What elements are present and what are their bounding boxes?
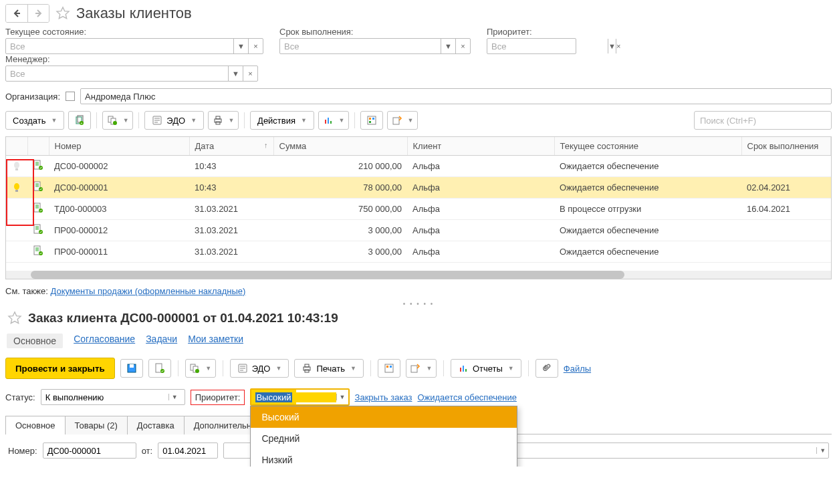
filter-manager-label: Менеджер: bbox=[5, 54, 258, 64]
save-button[interactable] bbox=[120, 359, 143, 378]
create-based-on-button[interactable]: ▼ bbox=[102, 111, 133, 130]
extra-dropdown-icon[interactable]: ▼ bbox=[816, 447, 828, 454]
status-input[interactable] bbox=[41, 392, 168, 402]
filter-manager-clear[interactable]: × bbox=[243, 66, 257, 81]
nav-back-button[interactable] bbox=[6, 5, 27, 22]
filter-manager-field[interactable]: ▼ × bbox=[5, 66, 258, 82]
table-row[interactable]: ПР00-000012 31.03.2021 3 000,00 Альфа Ож… bbox=[6, 220, 831, 241]
filter-manager-dropdown[interactable]: ▼ bbox=[228, 66, 243, 81]
doc-icon bbox=[33, 160, 43, 170]
number-field[interactable] bbox=[43, 443, 136, 459]
close-order-link[interactable]: Закрыть заказ bbox=[355, 392, 412, 402]
table-row[interactable]: ДС00-000001 10:43 78 000,00 Альфа Ожидае… bbox=[6, 177, 831, 199]
svg-rect-15 bbox=[369, 118, 371, 120]
filter-state-input[interactable] bbox=[6, 39, 233, 53]
priority-option-high[interactable]: Высокий bbox=[251, 406, 517, 428]
priority-option-medium[interactable]: Средний bbox=[251, 428, 517, 449]
org-field[interactable]: Андромеда Плюс bbox=[80, 88, 832, 104]
svg-text:+: + bbox=[81, 121, 83, 125]
filter-manager-input[interactable] bbox=[6, 66, 228, 81]
svg-rect-24 bbox=[15, 190, 18, 192]
priority-dropdown-icon[interactable]: ▼ bbox=[336, 394, 348, 400]
date-field[interactable] bbox=[158, 443, 218, 459]
filter-state-field[interactable]: ▼ × bbox=[5, 38, 263, 54]
copy-button[interactable]: + bbox=[68, 111, 91, 130]
priority-label: Приоритет: bbox=[191, 390, 245, 405]
status-dropdown-icon[interactable]: ▼ bbox=[168, 394, 181, 400]
svg-point-23 bbox=[14, 183, 19, 190]
subtab-main[interactable]: Основное bbox=[5, 416, 66, 434]
number-label: Номер: bbox=[8, 446, 37, 456]
export-button[interactable]: ▼ bbox=[387, 111, 418, 130]
date-input[interactable] bbox=[158, 446, 217, 456]
filter-priority-clear[interactable]: × bbox=[616, 39, 620, 53]
print-button[interactable]: ▼ bbox=[208, 111, 239, 130]
filter-deadline-field[interactable]: ▼ × bbox=[279, 38, 471, 54]
files-link[interactable]: Файлы bbox=[564, 364, 591, 374]
subtab-goods[interactable]: Товары (2) bbox=[65, 416, 128, 434]
priority-option-low[interactable]: Низкий bbox=[251, 449, 517, 467]
svg-rect-12 bbox=[328, 118, 329, 124]
bulb-icon bbox=[11, 161, 22, 172]
filter-deadline-label: Срок выполнения: bbox=[279, 27, 471, 37]
edo-button-2[interactable]: ЭДО ▼ bbox=[230, 359, 289, 378]
settings-button-2[interactable] bbox=[378, 359, 400, 378]
from-label: от: bbox=[142, 446, 153, 456]
priority-combo[interactable]: Высокий ▼ bbox=[250, 388, 349, 406]
filter-priority-input[interactable] bbox=[487, 39, 608, 53]
tab-main[interactable]: Основное bbox=[7, 334, 63, 348]
filter-deadline-input[interactable] bbox=[280, 39, 441, 53]
filter-priority-dropdown[interactable]: ▼ bbox=[608, 39, 616, 53]
col-deadline[interactable]: Срок выполнения bbox=[741, 137, 831, 156]
settings-list-button[interactable] bbox=[360, 111, 383, 130]
svg-rect-17 bbox=[369, 121, 371, 123]
svg-rect-42 bbox=[305, 364, 309, 367]
post-button[interactable] bbox=[148, 359, 171, 378]
attachments-button[interactable] bbox=[535, 359, 558, 378]
table-row[interactable]: ПР00-000011 31.03.2021 3 000,00 Альфа Ож… bbox=[6, 241, 831, 263]
filter-state-dropdown[interactable]: ▼ bbox=[233, 39, 248, 53]
nav-forward-button[interactable] bbox=[27, 5, 49, 22]
svg-rect-16 bbox=[372, 118, 374, 120]
priority-value: Высокий bbox=[255, 392, 291, 402]
col-state[interactable]: Текущее состояние bbox=[554, 137, 741, 156]
tab-tasks[interactable]: Задачи bbox=[146, 334, 177, 348]
status-combo[interactable]: ▼ bbox=[41, 389, 185, 405]
table-row[interactable]: ДС00-000002 10:43 210 000,00 Альфа Ожида… bbox=[6, 156, 831, 177]
actions-button[interactable]: Действия ▼ bbox=[250, 111, 314, 130]
pane-splitter[interactable]: • • • • • bbox=[0, 300, 837, 307]
org-checkbox[interactable] bbox=[66, 92, 75, 101]
filter-priority-field[interactable]: ▼ × bbox=[487, 38, 576, 54]
reports-button[interactable]: ▼ bbox=[318, 111, 349, 130]
filter-state-clear[interactable]: × bbox=[248, 39, 263, 53]
tab-approval[interactable]: Согласование bbox=[74, 334, 135, 348]
order-title: Заказ клиента ДС00-000001 от 01.04.2021 … bbox=[28, 311, 338, 326]
status-label: Статус: bbox=[5, 392, 35, 402]
subtab-delivery[interactable]: Доставка bbox=[127, 416, 185, 434]
post-and-close-button[interactable]: Провести и закрыть bbox=[5, 358, 115, 379]
svg-rect-45 bbox=[386, 366, 388, 368]
favorite-star-icon[interactable] bbox=[5, 309, 24, 327]
favorite-star-icon[interactable] bbox=[53, 5, 72, 22]
table-row[interactable]: ТД00-000003 31.03.2021 750 000,00 Альфа … bbox=[6, 199, 831, 220]
svg-rect-13 bbox=[330, 121, 332, 124]
col-date[interactable]: Дата↑ bbox=[189, 137, 273, 156]
col-sum[interactable]: Сумма bbox=[273, 137, 407, 156]
create-based-on-button-2[interactable]: ▼ bbox=[185, 359, 216, 378]
tab-notes[interactable]: Мои заметки bbox=[188, 334, 243, 348]
filter-deadline-clear[interactable]: × bbox=[455, 39, 470, 53]
print-button-2[interactable]: Печать ▼ bbox=[294, 359, 364, 378]
reports-button-2[interactable]: Отчеты ▼ bbox=[451, 359, 521, 378]
orders-table: Номер Дата↑ Сумма Клиент Текущее состоян… bbox=[6, 137, 831, 271]
filter-deadline-dropdown[interactable]: ▼ bbox=[441, 39, 455, 53]
awaiting-supply-link[interactable]: Ожидается обеспечение bbox=[417, 392, 516, 402]
col-number[interactable]: Номер bbox=[49, 137, 189, 156]
edo-button[interactable]: ЭДО ▼ bbox=[144, 111, 204, 130]
number-input[interactable] bbox=[43, 446, 136, 456]
create-button[interactable]: Создать ▼ bbox=[5, 111, 64, 130]
search-input[interactable] bbox=[694, 111, 832, 130]
see-also-link[interactable]: Документы продажи (оформленные накладные… bbox=[50, 286, 245, 296]
col-client[interactable]: Клиент bbox=[407, 137, 554, 156]
horizontal-scrollbar[interactable] bbox=[6, 271, 831, 279]
export-button-2[interactable]: ▼ bbox=[406, 359, 437, 378]
